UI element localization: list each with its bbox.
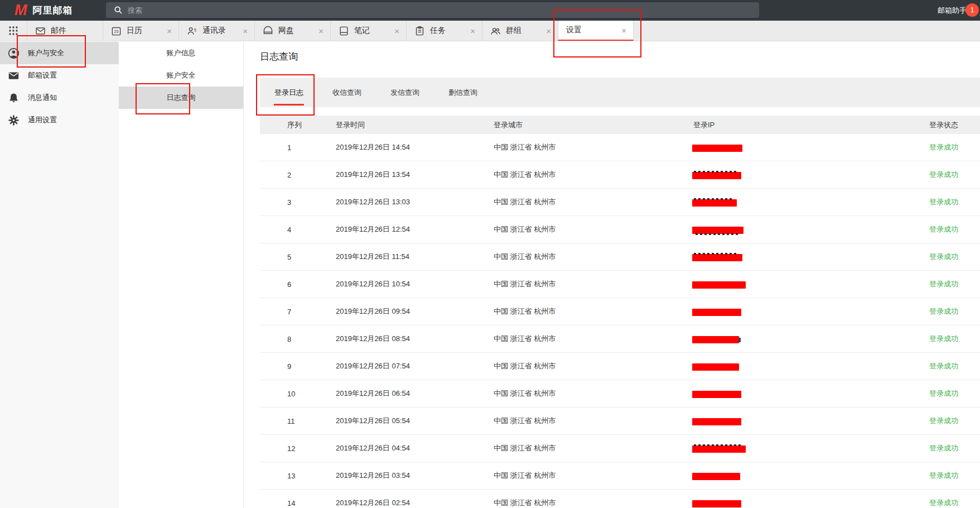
- mail-assistant-link[interactable]: 邮箱助手: [938, 0, 967, 21]
- cell-ip: [693, 389, 929, 397]
- table-row: 5 2019年12月26日 11:54 中国 浙江省 杭州市 登录成功: [260, 243, 980, 271]
- cell-time: 2019年12月26日 03:54: [336, 471, 494, 481]
- cell-time: 2019年12月26日 04:54: [336, 443, 494, 453]
- app-tab-bar: 邮件 25 日历 × 通讯录 ×: [0, 21, 980, 41]
- cell-ip: [693, 307, 929, 315]
- mailbox-settings-icon: [7, 70, 20, 82]
- cell-city: 中国 浙江省 杭州市: [494, 498, 693, 508]
- cell-ip: [693, 225, 929, 233]
- table-row: 6 2019年12月26日 10:54 中国 浙江省 杭州市 登录成功: [260, 271, 980, 298]
- sidebar-item-notifications[interactable]: 消息通知: [0, 87, 119, 109]
- cell-city: 中国 浙江省 杭州市: [494, 334, 693, 344]
- sidebar-item-mailbox-settings[interactable]: 邮箱设置: [0, 64, 119, 87]
- cell-status: 登录成功: [929, 306, 980, 317]
- ip-redaction-bar: [692, 172, 741, 179]
- tab-netdisk[interactable]: 网盘 ×: [254, 21, 330, 41]
- submenu-item-account-info[interactable]: 账户信息: [119, 42, 243, 64]
- cell-ip: [693, 499, 929, 507]
- tab-close-icon[interactable]: ×: [545, 27, 552, 35]
- cell-seq: 7: [260, 308, 336, 316]
- brand-name: 阿里邮箱: [33, 4, 73, 17]
- cell-city: 中国 浙江省 杭州市: [494, 224, 693, 234]
- alimail-logo-icon: M: [15, 3, 26, 18]
- cell-status: 登录成功: [929, 224, 980, 234]
- cell-seq: 12: [260, 444, 336, 453]
- tab-tasks[interactable]: 任务 ×: [406, 21, 482, 41]
- table-row: 7 2019年12月26日 09:54 中国 浙江省 杭州市 登录成功: [260, 298, 980, 325]
- sidebar-item-general-settings[interactable]: 通用设置: [0, 109, 119, 131]
- tab-label: 任务: [430, 26, 446, 36]
- tab-deleted-query[interactable]: 删信查询: [434, 78, 492, 107]
- tab-contacts[interactable]: 通讯录 ×: [178, 21, 254, 41]
- table-row: 13 2019年12月26日 03:54 中国 浙江省 杭州市 登录成功: [260, 462, 980, 490]
- cell-status: 登录成功: [929, 197, 980, 207]
- svg-text:25: 25: [114, 30, 119, 34]
- search-box[interactable]: [106, 2, 759, 18]
- tab-close-icon[interactable]: ×: [393, 27, 400, 35]
- tab-close-icon[interactable]: ×: [317, 27, 325, 35]
- cell-status: 登录成功: [929, 471, 980, 481]
- submenu-item-account-safety[interactable]: 账户安全: [119, 64, 243, 87]
- table-row: 1 2019年12月26日 14:54 中国 浙江省 杭州市 登录成功: [260, 134, 980, 161]
- app-window: M 阿里邮箱 邮箱助手 1 邮件: [0, 0, 980, 508]
- cell-city: 中国 浙江省 杭州市: [494, 361, 693, 371]
- cell-seq: 13: [260, 472, 336, 480]
- cell-time: 2019年12月26日 12:54: [336, 224, 494, 234]
- tab-groups[interactable]: 群组 ×: [482, 21, 558, 41]
- submenu-item-log-query[interactable]: 日志查询: [119, 87, 243, 109]
- search-input[interactable]: [128, 6, 759, 15]
- notifications-icon: [7, 92, 20, 104]
- calendar-icon: 25: [111, 26, 122, 36]
- cell-ip: [693, 334, 929, 343]
- cell-ip: [693, 198, 929, 206]
- sidebar-item-label: 通用设置: [28, 115, 57, 125]
- cell-city: 中国 浙江省 杭州市: [494, 197, 693, 207]
- mail-icon: [35, 26, 46, 36]
- cell-seq: 3: [260, 198, 336, 207]
- app-grid-button[interactable]: [0, 21, 27, 41]
- groups-icon: [490, 26, 501, 36]
- cell-status: 登录成功: [929, 498, 980, 508]
- cell-status: 登录成功: [929, 361, 980, 371]
- table-row: 4 2019年12月26日 12:54 中国 浙江省 杭州市 登录成功: [260, 216, 980, 243]
- column-header-city: 登录城市: [494, 120, 693, 130]
- tab-close-icon[interactable]: ×: [620, 26, 627, 35]
- sidebar-item-account-security[interactable]: 账户与安全: [0, 42, 119, 64]
- tab-close-icon[interactable]: ×: [242, 27, 249, 35]
- cell-status: 登录成功: [929, 279, 980, 289]
- brand-logo[interactable]: M 阿里邮箱: [15, 3, 73, 18]
- tab-sent-query[interactable]: 发信查询: [376, 78, 434, 107]
- tab-mail[interactable]: 邮件: [27, 21, 103, 41]
- column-header-seq: 序列: [260, 120, 336, 130]
- tab-settings[interactable]: 设置 ×: [558, 21, 634, 41]
- tab-label: 日历: [127, 26, 142, 36]
- assistant-badge[interactable]: 1: [965, 3, 979, 17]
- contacts-icon: [187, 26, 197, 36]
- ip-redaction-bar: [692, 254, 742, 261]
- cell-city: 中国 浙江省 杭州市: [494, 279, 693, 289]
- sidebar-item-label: 账户与安全: [28, 48, 64, 58]
- tab-notes[interactable]: 笔记 ×: [330, 21, 406, 41]
- tab-login-log[interactable]: 登录日志: [260, 78, 318, 107]
- cell-city: 中国 浙江省 杭州市: [494, 416, 693, 426]
- settings-sidebar: 账户与安全 邮箱设置 消息通知: [0, 42, 119, 508]
- cell-time: 2019年12月26日 13:54: [336, 170, 494, 180]
- cell-ip: [693, 444, 929, 452]
- table-row: 8 2019年12月26日 08:54 中国 浙江省 杭州市 登录成功: [260, 325, 980, 353]
- column-header-ip: 登录IP: [693, 120, 929, 130]
- tab-label: 邮件: [51, 26, 66, 36]
- tab-close-icon[interactable]: ×: [166, 27, 173, 35]
- ip-redaction-bar: [692, 445, 746, 453]
- cell-city: 中国 浙江省 杭州市: [494, 252, 693, 262]
- tab-received-query[interactable]: 收信查询: [318, 78, 376, 107]
- tab-calendar[interactable]: 25 日历 ×: [103, 21, 178, 41]
- column-header-status: 登录状态: [929, 120, 980, 130]
- cell-time: 2019年12月26日 11:54: [336, 252, 494, 262]
- tab-close-icon[interactable]: ×: [469, 27, 476, 35]
- cell-ip: [693, 252, 929, 261]
- cell-time: 2019年12月26日 13:03: [336, 197, 494, 207]
- notes-icon: [339, 26, 349, 36]
- account-security-icon: [7, 47, 20, 59]
- cell-seq: 11: [260, 417, 336, 425]
- cell-ip: [693, 280, 929, 288]
